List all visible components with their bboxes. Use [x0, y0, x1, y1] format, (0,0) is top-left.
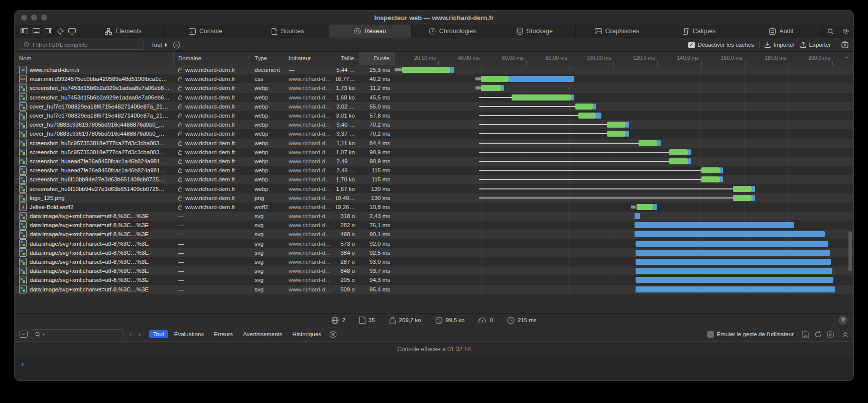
tab-sources[interactable]: Sources: [247, 25, 329, 38]
disable-caches-checkbox[interactable]: ✓ Désactiver les caches: [688, 42, 754, 48]
initiator-link[interactable]: www.richard-d…: [289, 140, 331, 146]
initiator-link[interactable]: www.richard-d…: [289, 204, 331, 210]
network-table-row[interactable]: cover_hu70883c936197805bd916c4488876d0b0…: [15, 129, 853, 138]
tab-network[interactable]: Réseau: [329, 25, 412, 38]
network-table-row[interactable]: screenshot_huaead7fe26a8458fcac1a46b824a…: [15, 166, 853, 175]
emulate-user-gesture-checkbox[interactable]: ✓ Émuler le geste de l'utilisateur: [707, 331, 794, 338]
initiator-link[interactable]: www.richard-d…: [289, 286, 331, 292]
tab-console[interactable]: ΣConsole: [165, 25, 247, 38]
initiator-link[interactable]: www.richard-d…: [289, 231, 331, 237]
initiator-link[interactable]: www.richard-d…: [289, 222, 331, 228]
vertical-scrollbar[interactable]: [848, 231, 852, 271]
network-table-row[interactable]: data:image/svg+xml;charset=utf-8,%3C…%3E…: [15, 221, 853, 230]
minimize-window-button[interactable]: [31, 15, 37, 21]
tab-graphics[interactable]: Graphismes: [576, 25, 658, 38]
initiator-link[interactable]: www.richard-d…: [289, 85, 331, 91]
network-table-row[interactable]: screenshot_hu7453d15b6b2a929e1adaa8e7a06…: [15, 93, 853, 102]
initiator-link[interactable]: www.richard-d…: [289, 76, 331, 82]
initiator-link[interactable]: www.richard-d…: [289, 259, 331, 265]
clear-console-icon[interactable]: [827, 331, 834, 338]
initiator-link[interactable]: www.richard-d…: [289, 277, 331, 283]
column-header-domaine[interactable]: Domaine: [174, 52, 250, 65]
initiator-link[interactable]: www.richard-d…: [289, 241, 331, 247]
network-table-row[interactable]: data:image/svg+xml;charset=utf-8,%3C…%3E…: [15, 257, 853, 266]
tab-audit[interactable]: Audit: [740, 25, 823, 38]
network-table-row[interactable]: screenshot_huaead7fe26a8458fcac1a46b824a…: [15, 157, 853, 166]
console-prompt[interactable]: ›: [15, 357, 853, 380]
network-table-row[interactable]: screenshot_hu6f10bb94e27e3d63b651409cb07…: [15, 175, 853, 184]
filter-options-icon[interactable]: [173, 41, 180, 49]
network-table-row[interactable]: data:image/svg+xml;charset=utf-8,%3C…%3E…: [15, 285, 853, 294]
network-table-row[interactable]: screenshot_hu5c957353818e777ca27d3c3cba0…: [15, 139, 853, 148]
scroll-top-chevron-icon[interactable]: ⌃: [845, 56, 849, 61]
network-table-row[interactable]: screenshot_hu7453d15b6b2a929e1adaa8e7a06…: [15, 83, 853, 92]
close-window-button[interactable]: [21, 15, 27, 21]
export-button[interactable]: Exporter: [800, 42, 831, 48]
expand-console-icon[interactable]: [842, 331, 848, 338]
url-filter-input[interactable]: [32, 41, 140, 48]
network-table-row[interactable]: <>www.richard-dern.frwww.richard-dern.fr…: [15, 65, 853, 74]
network-table-row[interactable]: cover_huf7e1708829ea18f6715e48271400e87a…: [15, 102, 853, 111]
zoom-window-button[interactable]: [41, 15, 47, 21]
network-table-row[interactable]: data:image/svg+xml;charset=utf-8,%3C…%3E…: [15, 248, 853, 257]
tab-elements[interactable]: Éléments: [82, 25, 165, 38]
element-picker-icon[interactable]: [57, 28, 64, 35]
import-button[interactable]: Importer: [765, 42, 795, 48]
tab-layers[interactable]: Calques: [658, 25, 740, 38]
tab-storage[interactable]: Stockage: [493, 25, 576, 38]
reload-icon[interactable]: [814, 331, 822, 338]
initiator-link[interactable]: www.richard-d…: [289, 186, 331, 192]
initiator-link[interactable]: www.richard-d…: [289, 268, 331, 274]
run-javascript-icon[interactable]: JS: [802, 331, 809, 338]
settings-gear-button[interactable]: [838, 25, 853, 38]
console-search-field[interactable]: ▾: [32, 329, 124, 339]
network-table-row[interactable]: cover_huf7e1708829ea18f6715e48271400e87a…: [15, 111, 853, 120]
network-table-row[interactable]: data:image/svg+xml;charset=utf-8,%3C…%3E…: [15, 239, 853, 248]
initiator-link[interactable]: www.richard-d…: [289, 94, 331, 100]
initiator-link[interactable]: www.richard-d…: [289, 104, 331, 110]
device-icon[interactable]: [68, 28, 76, 35]
column-header-nom[interactable]: Nom: [15, 52, 174, 65]
network-table-row[interactable]: logo_125.pngwww.richard-dern.frpngwww.ri…: [15, 193, 853, 203]
console-scope-historiques[interactable]: Historiques: [288, 330, 325, 338]
initiator-link[interactable]: www.richard-d…: [289, 213, 331, 219]
console-scope-erreurs[interactable]: Erreurs: [210, 330, 237, 338]
initiator-link[interactable]: www.richard-d…: [289, 113, 331, 119]
previous-result-button[interactable]: ‹: [128, 331, 133, 338]
column-header-type[interactable]: Type: [250, 52, 284, 65]
console-filter-icon[interactable]: [329, 331, 337, 338]
initiator-link[interactable]: www.richard-d…: [289, 131, 331, 137]
network-table-row[interactable]: data:image/svg+xml;charset=utf-8,%3C…%3E…: [15, 230, 853, 239]
url-filter-field[interactable]: [20, 40, 144, 50]
column-header-initiateur[interactable]: Initiateur: [284, 52, 336, 65]
help-button[interactable]: ?: [838, 316, 847, 325]
network-table-row[interactable]: cover_hu70883c936197805bd916c4488876d0b0…: [15, 120, 853, 129]
initiator-link[interactable]: www.richard-d…: [289, 122, 331, 128]
console-scope-évaluations[interactable]: Évaluations: [170, 330, 208, 338]
dock-left-icon[interactable]: [21, 28, 28, 34]
console-scope-tout[interactable]: Tout: [149, 330, 168, 338]
network-table-row[interactable]: screenshot_hu6f10bb94e27e3d63b651409cb07…: [15, 184, 853, 193]
network-table-row[interactable]: AJellee-Bold.woff2www.richard-dern.frwof…: [15, 203, 853, 212]
network-table-row[interactable]: data:image/svg+xml;charset=utf-8,%3C…%3E…: [15, 275, 853, 284]
initiator-link[interactable]: www.richard-d…: [289, 176, 331, 182]
resource-type-select[interactable]: Tout ▲▼: [151, 42, 168, 48]
initiator-link[interactable]: www.richard-d…: [289, 149, 331, 155]
column-header-taille[interactable]: Taille…: [336, 52, 359, 65]
dock-bottom-icon[interactable]: [33, 28, 40, 34]
search-button[interactable]: [823, 25, 838, 38]
initiator-link[interactable]: www.richard-d…: [289, 195, 331, 201]
collapse-console-icon[interactable]: [20, 331, 28, 338]
initiator-link[interactable]: www.richard-d…: [289, 167, 331, 173]
tab-timelines[interactable]: Chronologies: [412, 25, 494, 38]
clear-network-items-icon[interactable]: [841, 41, 848, 48]
network-table-row[interactable]: data:image/svg+xml;charset=utf-8,%3C…%3E…: [15, 212, 853, 221]
initiator-link[interactable]: www.richard-d…: [289, 250, 331, 256]
network-table-row[interactable]: data:image/svg+xml;charset=utf-8,%3C…%3E…: [15, 266, 853, 275]
initiator-link[interactable]: www.richard-d…: [289, 158, 331, 164]
network-table-row[interactable]: cssmain.min.d9924575ec0bba420589a48d5190…: [15, 74, 853, 83]
console-scope-avertissements[interactable]: Avertissements: [239, 330, 286, 338]
column-header-duree[interactable]: Durée: [359, 52, 395, 65]
dock-right-icon[interactable]: [45, 28, 52, 34]
network-table-row[interactable]: screenshot_hu5c957353818e777ca27d3c3cba0…: [15, 148, 853, 157]
